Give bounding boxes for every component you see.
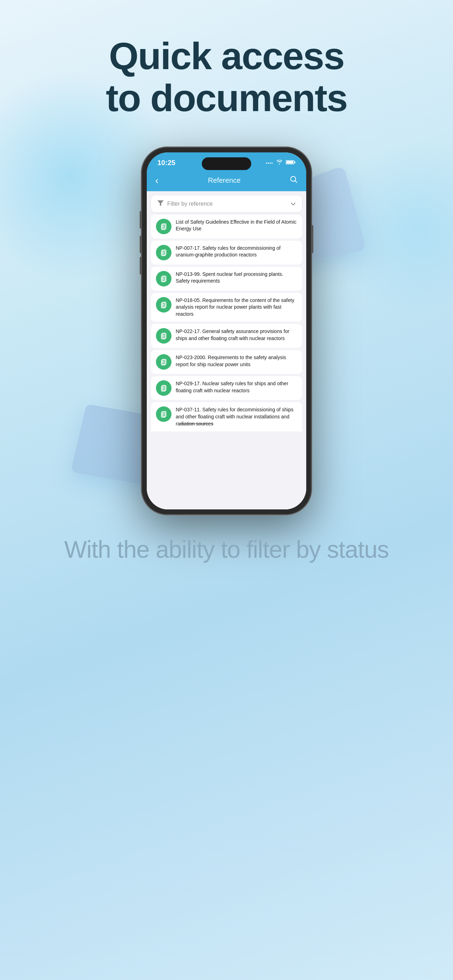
content-area: Filter by reference	[147, 191, 306, 509]
doc-title: NP-029-17. Nuclear safety rules for ship…	[176, 380, 297, 394]
status-icons: ▪▪▪▪	[265, 160, 296, 166]
doc-title: NP-013-99. Spent nuclear fuel processing…	[176, 271, 297, 285]
wifi-icon	[276, 160, 283, 166]
doc-icon	[156, 354, 172, 370]
svg-line-4	[295, 181, 297, 183]
doc-title: NP-007-17. Safety rules for decommission…	[176, 245, 297, 259]
doc-title: NP-023-2000. Requirements to the safety …	[176, 354, 297, 368]
search-button[interactable]	[290, 176, 298, 186]
list-item[interactable]: NP-022-17. General safety assurance prov…	[151, 324, 302, 348]
doc-icon	[156, 328, 172, 344]
list-item[interactable]: NP-029-17. Nuclear safety rules for ship…	[151, 376, 302, 400]
doc-icon	[156, 219, 172, 234]
list-item[interactable]: NP-023-2000. Requirements to the safety …	[151, 350, 302, 374]
filter-chevron-icon	[291, 201, 296, 207]
doc-icon	[156, 271, 172, 286]
filter-label: Filter by reference	[167, 201, 213, 207]
svg-point-3	[291, 177, 296, 181]
doc-title-partial: NP-037-11. Safety rules for decommission…	[176, 406, 297, 427]
nav-title: Reference	[208, 177, 241, 185]
list-item[interactable]: NP-013-99. Spent nuclear fuel processing…	[151, 267, 302, 291]
back-button[interactable]: ‹	[155, 175, 158, 186]
doc-icon	[156, 406, 172, 422]
phone-frame: 10:25 ▪▪▪▪	[142, 148, 311, 514]
list-item[interactable]: NP-018-05. Requirements for the content …	[151, 293, 302, 322]
status-time: 10:25	[157, 159, 175, 167]
doc-icon	[156, 380, 172, 396]
dynamic-island	[202, 158, 251, 170]
document-list: List of Safety Guidelines Effective in t…	[147, 215, 306, 509]
phone-screen: 10:25 ▪▪▪▪	[147, 153, 306, 509]
list-item[interactable]: NP-007-17. Safety rules for decommission…	[151, 240, 302, 264]
svg-rect-2	[295, 162, 296, 163]
doc-icon	[156, 245, 172, 260]
doc-title: List of Safety Guidelines Effective in t…	[176, 219, 297, 232]
bottom-tagline: With the ability to filter by status	[64, 536, 389, 598]
list-item[interactable]: List of Safety Guidelines Effective in t…	[151, 215, 302, 239]
signal-icon: ▪▪▪▪	[265, 161, 273, 165]
filter-funnel-icon	[157, 200, 164, 207]
doc-title: NP-018-05. Requirements for the content …	[176, 297, 297, 318]
doc-text-strikethrough: diation sources	[180, 421, 213, 426]
doc-icon	[156, 297, 172, 313]
filter-left: Filter by reference	[157, 200, 213, 207]
svg-rect-1	[286, 161, 294, 164]
filter-bar[interactable]: Filter by reference	[151, 196, 302, 212]
battery-icon	[286, 160, 296, 166]
hero-title: Quick access to documents	[106, 35, 347, 119]
phone-mockup: 10:25 ▪▪▪▪	[142, 148, 311, 514]
doc-title: NP-022-17. General safety assurance prov…	[176, 328, 297, 342]
nav-bar: ‹ Reference	[147, 172, 306, 191]
list-item-partial[interactable]: NP-037-11. Safety rules for decommission…	[151, 402, 302, 431]
